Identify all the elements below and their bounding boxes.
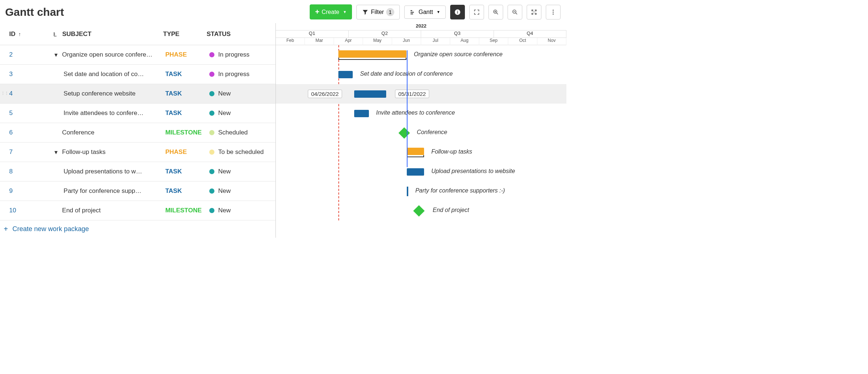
create-button[interactable]: + Create ▼	[310, 4, 352, 19]
bar-end-date[interactable]: 05/31/2022	[395, 90, 429, 98]
wp-type[interactable]: TASK	[165, 90, 209, 97]
timeline-month: Oct	[508, 38, 537, 45]
view-select-button[interactable]: Gantt ▼	[404, 6, 446, 19]
table-row[interactable]: ⋮⋮6ConferenceMILESTONEScheduled	[0, 123, 275, 143]
collapse-icon[interactable]: ▾	[53, 148, 59, 156]
wp-id[interactable]: ⋮⋮7	[9, 148, 53, 156]
filter-button[interactable]: Filter 1	[356, 5, 400, 19]
wp-status[interactable]: New	[209, 109, 275, 117]
create-work-package-link[interactable]: + Create new work package	[0, 220, 275, 238]
gantt-bar[interactable]	[354, 110, 369, 117]
gantt-bar[interactable]	[338, 71, 353, 78]
fit-button[interactable]	[527, 5, 541, 19]
wp-status[interactable]: In progress	[209, 71, 275, 78]
wp-id[interactable]: ⋮⋮9	[9, 187, 53, 195]
chevron-down-icon: ▼	[343, 10, 346, 14]
bar-start-date[interactable]: 04/26/2022	[308, 90, 342, 98]
wp-subject[interactable]: Set date and location of co…	[53, 71, 166, 78]
zoom-out-button[interactable]	[508, 5, 522, 19]
bar-label: Invite attendees to conference	[376, 109, 455, 116]
milestone-diamond[interactable]	[413, 205, 424, 216]
wp-status[interactable]: In progress	[209, 51, 275, 58]
bar-label: Follow-up tasks	[431, 148, 472, 155]
gantt-bar[interactable]	[338, 50, 407, 58]
timeline-row[interactable]: Follow-up tasks	[276, 143, 566, 162]
wp-status[interactable]: New	[209, 90, 275, 97]
table-row[interactable]: ⋮⋮5Invite attendees to confere…TASKNew	[0, 104, 275, 123]
wp-id[interactable]: ⋮⋮4	[9, 90, 53, 97]
plus-icon: +	[4, 225, 8, 233]
wp-subject[interactable]: Party for conference supp…	[53, 187, 166, 195]
col-header-id[interactable]: ID ↑	[9, 30, 53, 38]
fullscreen-button[interactable]	[469, 5, 484, 19]
sort-asc-icon: ↑	[18, 31, 21, 37]
wp-type[interactable]: MILESTONE	[165, 207, 209, 214]
wp-type[interactable]: MILESTONE	[165, 129, 209, 136]
table-row[interactable]: ⋮⋮3Set date and location of co…TASKIn pr…	[0, 65, 275, 84]
table-row[interactable]: ⋮⋮8Upload presentations to w…TASKNew	[0, 162, 275, 181]
table-pane: ID ↑ SUBJECT TYPE STATUS ⋮⋮2▾Organize op…	[0, 23, 276, 238]
info-icon: i	[454, 9, 461, 15]
wp-id[interactable]: ⋮⋮5	[9, 109, 53, 117]
timeline-body[interactable]: Organize open source conferenceSet date …	[276, 45, 566, 220]
wp-type[interactable]: TASK	[165, 187, 209, 195]
table-row[interactable]: ⋮⋮2▾Organize open source confere…PHASEIn…	[0, 45, 275, 65]
gantt-bar[interactable]	[354, 90, 386, 98]
col-header-type[interactable]: TYPE	[163, 30, 207, 38]
drag-handle-icon[interactable]: ⋮⋮	[1, 91, 8, 95]
wp-status[interactable]: New	[209, 207, 275, 214]
wp-type[interactable]: TASK	[165, 71, 209, 78]
timeline-row[interactable]: Conference	[276, 123, 566, 143]
col-header-subject[interactable]: SUBJECT	[53, 30, 163, 38]
milestone-diamond[interactable]	[399, 127, 410, 139]
wp-id[interactable]: ⋮⋮8	[9, 168, 53, 175]
timeline-row[interactable]: Upload presentations to website	[276, 162, 566, 181]
table-row[interactable]: ⋮⋮7▾Follow-up tasksPHASETo be scheduled	[0, 143, 275, 162]
wp-status[interactable]: New	[209, 187, 275, 195]
wp-status-text: In progress	[218, 71, 249, 78]
wp-type[interactable]: TASK	[165, 109, 209, 117]
wp-type[interactable]: PHASE	[165, 51, 209, 58]
svg-point-6	[553, 13, 554, 14]
more-button[interactable]	[546, 5, 561, 19]
status-dot-icon	[209, 169, 214, 174]
timeline-row[interactable]: Set date and location of conference	[276, 65, 566, 84]
phase-bracket	[338, 58, 407, 60]
table-row[interactable]: ⋮⋮4Setup conference websiteTASKNew	[0, 84, 275, 104]
timeline-row[interactable]: End of project	[276, 201, 566, 220]
wp-type[interactable]: PHASE	[165, 148, 209, 156]
info-button[interactable]: i	[450, 5, 465, 19]
filter-icon	[362, 9, 369, 15]
gantt-bar[interactable]	[407, 187, 408, 196]
wp-subject[interactable]: ▾Organize open source confere…	[53, 51, 166, 59]
kebab-icon	[550, 9, 556, 15]
wp-id[interactable]: ⋮⋮2	[9, 51, 53, 58]
timeline-row[interactable]: Party for conference supporters :-)	[276, 181, 566, 201]
wp-subject[interactable]: End of project	[53, 207, 166, 214]
wp-type[interactable]: TASK	[165, 168, 209, 175]
gantt-bar[interactable]	[407, 148, 424, 155]
table-row[interactable]: ⋮⋮9Party for conference supp…TASKNew	[0, 181, 275, 201]
timeline-row[interactable]: Organize open source conference	[276, 45, 566, 65]
timeline-row[interactable]: Invite attendees to conference	[276, 104, 566, 123]
wp-subject[interactable]: Upload presentations to w…	[53, 168, 166, 175]
wp-status[interactable]: New	[209, 168, 275, 175]
wp-subject[interactable]: ▾Follow-up tasks	[53, 148, 166, 156]
wp-status[interactable]: Scheduled	[209, 129, 275, 136]
zoom-in-button[interactable]	[488, 5, 503, 19]
gantt-bar[interactable]	[407, 168, 424, 176]
timeline-month: May	[363, 38, 392, 45]
collapse-icon[interactable]: ▾	[53, 51, 59, 59]
wp-id[interactable]: ⋮⋮6	[9, 129, 53, 136]
wp-subject[interactable]: Setup conference website	[53, 90, 166, 97]
wp-status[interactable]: To be scheduled	[209, 148, 275, 156]
table-row[interactable]: ⋮⋮10End of projectMILESTONENew	[0, 201, 275, 220]
wp-id[interactable]: ⋮⋮10	[9, 207, 53, 214]
wp-status-text: To be scheduled	[218, 148, 264, 156]
timeline-row[interactable]: 04/26/202205/31/2022	[276, 84, 566, 104]
status-dot-icon	[209, 111, 214, 116]
wp-id[interactable]: ⋮⋮3	[9, 71, 53, 78]
wp-subject[interactable]: Conference	[53, 129, 166, 136]
wp-subject[interactable]: Invite attendees to confere…	[53, 109, 166, 117]
col-header-status[interactable]: STATUS	[207, 30, 272, 38]
